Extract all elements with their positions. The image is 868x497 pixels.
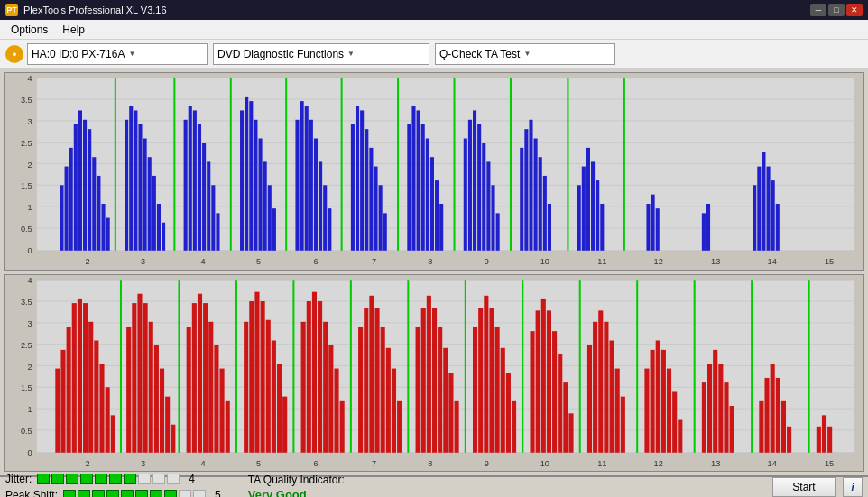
svg-rect-37 (74, 124, 78, 251)
svg-rect-67 (249, 101, 253, 251)
svg-rect-172 (67, 326, 71, 452)
info-button[interactable]: i (843, 477, 863, 497)
svg-rect-204 (261, 301, 265, 453)
svg-rect-251 (558, 354, 562, 453)
top-chart-svg: 4 3.5 3 2.5 2 1.5 1 0.5 0 2 3 4 5 6 7 8 … (5, 73, 863, 270)
jitter-seg-3 (66, 474, 78, 484)
svg-rect-50 (143, 139, 147, 251)
svg-rect-102 (468, 120, 472, 251)
svg-rect-108 (496, 213, 500, 250)
svg-text:7: 7 (372, 257, 376, 266)
svg-text:6: 6 (313, 257, 318, 266)
svg-rect-215 (328, 345, 333, 452)
svg-rect-101 (464, 139, 467, 251)
svg-rect-193 (192, 303, 197, 453)
svg-rect-234 (448, 373, 453, 452)
svg-rect-56 (184, 120, 188, 251)
svg-rect-279 (764, 377, 769, 452)
svg-rect-40 (88, 129, 91, 251)
title-bar: PT PlexTools Professional XL V3.16 ─ □ ✕ (0, 0, 868, 20)
svg-rect-72 (272, 208, 276, 251)
svg-rect-47 (129, 106, 133, 251)
svg-text:14: 14 (768, 459, 777, 468)
peak-seg-1 (63, 490, 76, 497)
svg-rect-229 (421, 308, 426, 453)
function-combo[interactable]: DVD Diagnostic Functions ▼ (213, 43, 429, 65)
svg-rect-113 (534, 139, 538, 251)
svg-rect-235 (455, 400, 459, 452)
jitter-seg-9 (152, 474, 165, 484)
svg-rect-278 (759, 400, 763, 452)
svg-rect-263 (644, 368, 649, 452)
svg-rect-222 (374, 308, 379, 453)
jitter-seg-1 (37, 474, 50, 484)
minimize-button[interactable]: ─ (810, 4, 826, 16)
svg-rect-60 (202, 143, 206, 251)
svg-text:5: 5 (256, 459, 261, 468)
svg-rect-194 (198, 293, 202, 452)
svg-rect-97 (430, 157, 434, 251)
app-icon: PT (5, 4, 18, 16)
svg-rect-119 (582, 167, 586, 251)
svg-rect-75 (300, 101, 304, 251)
svg-rect-111 (524, 129, 528, 251)
jitter-seg-5 (95, 474, 107, 484)
close-button[interactable]: ✕ (846, 4, 863, 16)
svg-rect-126 (651, 195, 655, 251)
jitter-seg-6 (109, 474, 122, 484)
test-combo[interactable]: Q-Check TA Test ▼ (435, 43, 615, 65)
maximize-button[interactable]: □ (828, 4, 845, 16)
svg-rect-202 (249, 301, 254, 453)
svg-text:1: 1 (28, 203, 32, 212)
svg-rect-123 (600, 204, 604, 251)
svg-rect-231 (432, 308, 437, 453)
svg-rect-282 (781, 400, 786, 452)
svg-text:3: 3 (141, 459, 145, 468)
svg-rect-39 (83, 120, 87, 251)
svg-rect-223 (381, 326, 385, 452)
svg-rect-122 (596, 180, 599, 251)
menu-help[interactable]: Help (55, 22, 92, 38)
svg-rect-62 (211, 185, 215, 251)
svg-text:8: 8 (428, 459, 432, 468)
svg-rect-177 (94, 340, 98, 452)
svg-rect-273 (713, 349, 717, 452)
svg-rect-213 (318, 301, 322, 453)
svg-rect-246 (530, 331, 534, 453)
ta-quality-section: TA Quality Indicator: Very Good (248, 474, 345, 498)
menu-options[interactable]: Options (4, 22, 55, 38)
svg-rect-68 (254, 120, 257, 251)
svg-text:3: 3 (28, 117, 32, 126)
drive-combo[interactable]: HA:0 ID:0 PX-716A ▼ (27, 43, 208, 65)
jitter-seg-8 (138, 474, 151, 484)
start-button[interactable]: Start (772, 477, 836, 497)
svg-rect-94 (417, 110, 420, 250)
svg-rect-199 (226, 400, 230, 452)
svg-rect-211 (307, 301, 311, 453)
svg-text:8: 8 (428, 257, 432, 266)
svg-rect-118 (577, 185, 581, 251)
svg-rect-38 (78, 110, 82, 250)
svg-text:0: 0 (28, 246, 32, 255)
svg-rect-266 (661, 349, 666, 452)
svg-rect-216 (334, 368, 338, 452)
svg-rect-210 (301, 321, 306, 452)
svg-rect-265 (656, 340, 660, 452)
svg-rect-78 (314, 139, 318, 251)
svg-rect-186 (149, 321, 153, 452)
svg-rect-63 (216, 213, 219, 250)
svg-rect-180 (111, 415, 115, 452)
svg-rect-219 (358, 326, 363, 452)
svg-rect-132 (762, 152, 765, 251)
svg-text:3: 3 (141, 257, 145, 266)
svg-rect-243 (506, 373, 511, 452)
top-chart-container: 4 3.5 3 2.5 2 1.5 1 0.5 0 2 3 4 5 6 7 8 … (4, 72, 864, 271)
svg-rect-276 (730, 406, 734, 453)
svg-text:12: 12 (654, 257, 663, 266)
svg-rect-46 (125, 120, 128, 251)
svg-rect-281 (776, 377, 780, 452)
svg-rect-170 (55, 368, 60, 452)
svg-rect-121 (591, 161, 595, 250)
svg-rect-261 (621, 396, 625, 452)
jitter-label: Jitter: (5, 473, 32, 485)
